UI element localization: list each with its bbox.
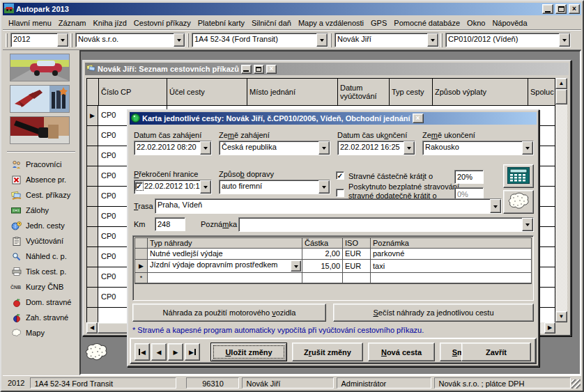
save-changes-button[interactable]: Uložit změny bbox=[210, 343, 287, 361]
travel-order-combo[interactable]: CP010/2012 (Vídeň) bbox=[445, 33, 571, 47]
vehicle-reimbursement-button[interactable]: Náhrada za použití motorového vozidla bbox=[132, 304, 326, 322]
driver-combo[interactable]: Novák Jiří bbox=[335, 33, 439, 47]
grid-row[interactable]: Nutné vedlejší výdaje 2,00 EUR parkovné bbox=[135, 249, 531, 260]
grid-row-current[interactable]: ▶ Jízdní výdaje dopravním prostředkem 15… bbox=[135, 260, 531, 273]
end-country-combo[interactable]: Rakousko bbox=[422, 141, 534, 155]
dropdown-arrow-icon[interactable] bbox=[404, 141, 415, 155]
menu-platebni-karty[interactable]: Platební karty bbox=[194, 17, 248, 29]
nav-prev-button[interactable]: ◀ bbox=[151, 343, 167, 361]
arrow-right-icon: ▶ bbox=[189, 349, 194, 356]
dropdown-arrow-icon[interactable] bbox=[559, 33, 570, 47]
child-close-button[interactable]: × bbox=[266, 65, 277, 74]
dropdown-arrow-icon[interactable] bbox=[57, 33, 68, 47]
dropdown-arrow-icon[interactable] bbox=[200, 141, 211, 155]
apple-red-icon bbox=[10, 298, 22, 307]
col-misto-jednani[interactable]: Místo jednání bbox=[247, 79, 338, 105]
col-typ-cesty[interactable]: Typ cesty bbox=[390, 79, 433, 105]
scroll-down-button[interactable]: ▼ bbox=[555, 311, 567, 322]
menu-silnicni-dan[interactable]: Silniční daň bbox=[248, 17, 295, 29]
sum-reimbursements-button[interactable]: Sečíst náhrady za jednotlivou cestu bbox=[333, 304, 534, 322]
km-field[interactable]: 248 bbox=[155, 217, 185, 231]
transport-combo[interactable]: auto firemní bbox=[219, 180, 330, 194]
close-dialog-button[interactable]: Zavřít bbox=[461, 343, 531, 361]
col-zpusob-vyplaty[interactable]: Způsob výplaty bbox=[433, 79, 528, 105]
vehicle-combo[interactable]: 1A4 52-34 (Ford Transit) bbox=[192, 33, 328, 47]
sidebar-item-vyuctovani[interactable]: Vyúčtování bbox=[3, 233, 79, 249]
menu-kniha-jizd[interactable]: Kniha jízd bbox=[90, 17, 130, 29]
route-combo[interactable]: Praha, Vídeň bbox=[155, 198, 502, 214]
arrow-down-icon: ▼ bbox=[559, 314, 564, 320]
calculator-button[interactable] bbox=[503, 164, 534, 188]
col-spolucestujici[interactable]: Spoluc bbox=[528, 79, 555, 105]
cancel-changes-button[interactable]: Zrušit změny bbox=[292, 343, 363, 361]
dropdown-arrow-icon[interactable] bbox=[522, 141, 533, 155]
child-maximize-button[interactable] bbox=[254, 65, 264, 74]
sidebar-item-zah-stravne[interactable]: Zah. stravné bbox=[3, 310, 79, 325]
sidebar-item-kurzy-cnb[interactable]: ČNB Kurzy ČNB bbox=[3, 279, 79, 295]
menu-cestovni-prikazy[interactable]: Cestovní příkazy bbox=[130, 17, 194, 29]
end-datetime-combo[interactable]: 22.02.2012 16:25 bbox=[337, 141, 415, 155]
sidebar-item-pracovnici[interactable]: Pracovníci bbox=[3, 157, 79, 172]
scroll-right-button[interactable]: ▶ bbox=[544, 322, 555, 334]
sidebar-item-zalohy[interactable]: Zálohy bbox=[3, 203, 79, 218]
note-combo[interactable] bbox=[238, 217, 534, 232]
meal-cut-percent-field[interactable]: 20% bbox=[454, 170, 484, 184]
dropdown-arrow-icon[interactable] bbox=[490, 199, 501, 213]
start-country-label: Země zahájení bbox=[219, 131, 270, 139]
dropdown-arrow-icon[interactable] bbox=[318, 141, 330, 155]
minimize-button[interactable] bbox=[542, 4, 553, 14]
dropdown-arrow-icon[interactable] bbox=[522, 218, 533, 231]
dropdown-arrow-icon[interactable] bbox=[316, 33, 328, 47]
menu-zaznam[interactable]: Záznam bbox=[55, 17, 90, 29]
dropdown-arrow-icon[interactable] bbox=[291, 260, 301, 272]
reimbursement-group: Typ náhrady Částka ISO Poznámka Nutné ve… bbox=[132, 235, 534, 301]
dialog-close-button[interactable]: × bbox=[413, 113, 424, 123]
meal-cut-checkbox[interactable]: ✓ bbox=[336, 171, 344, 180]
route-map-button[interactable] bbox=[503, 190, 534, 214]
sidebar-item-absence[interactable]: Absence pr. bbox=[3, 172, 79, 187]
menu-gps[interactable]: GPS bbox=[367, 17, 390, 29]
sidebar-item-tisk[interactable]: Tisk cest. p. bbox=[3, 264, 79, 279]
col-datum-vyuctovani[interactable]: Datum vyúčtování bbox=[338, 79, 390, 105]
vertical-scrollbar[interactable]: ▲ ▼ bbox=[555, 78, 567, 322]
menu-pomocne-databaze[interactable]: Pomocné databáze bbox=[390, 17, 463, 29]
sidebar-item-dom-stravne[interactable]: Dom. stravné bbox=[3, 295, 79, 310]
dropdown-arrow-icon[interactable] bbox=[427, 33, 438, 47]
col-ucel-cesty[interactable]: Účel cesty bbox=[167, 79, 247, 105]
company-combo[interactable]: Novák s.r.o. bbox=[75, 33, 185, 47]
czech-map-icon bbox=[507, 191, 530, 212]
border-cross-checkbox[interactable]: ✓ bbox=[135, 182, 143, 190]
sidebar-item-mapy[interactable]: Mapy bbox=[3, 325, 79, 340]
menu-okno[interactable]: Okno bbox=[463, 17, 489, 29]
sidebar-item-cest-prikazy[interactable]: Cest. příkazy bbox=[3, 187, 79, 203]
menu-hlavni-menu[interactable]: Hlavní menu bbox=[5, 17, 55, 29]
dropdown-arrow-icon[interactable] bbox=[200, 180, 211, 194]
border-cross-combo[interactable]: ✓ 22.02.2012 10:15 bbox=[134, 180, 212, 194]
nav-first-button[interactable]: ◀ bbox=[135, 343, 150, 361]
nav-last-button[interactable]: ▶ bbox=[185, 343, 200, 361]
scroll-left-button[interactable]: ◀ bbox=[86, 322, 98, 334]
nav-next-button[interactable]: ▶ bbox=[168, 343, 183, 361]
child-minimize-button[interactable] bbox=[241, 65, 252, 74]
maximize-button[interactable] bbox=[555, 4, 567, 14]
menu-napoveda[interactable]: Nápověda bbox=[489, 17, 530, 29]
dropdown-arrow-icon[interactable] bbox=[318, 180, 330, 194]
sidebar: Pracovníci Absence pr. Cest. příkazy Zál… bbox=[3, 50, 79, 375]
dropdown-arrow-icon[interactable] bbox=[174, 33, 185, 47]
free-meals-checkbox[interactable] bbox=[336, 189, 344, 197]
col-cislo-cp[interactable]: Číslo CP bbox=[99, 79, 167, 105]
map-icon bbox=[10, 329, 22, 337]
vertical-scroll-thumb[interactable] bbox=[555, 89, 567, 104]
year-combo[interactable]: 2012 bbox=[10, 33, 69, 47]
sidebar-item-jedn-cesty[interactable]: Jedn. cesty bbox=[3, 218, 79, 233]
sidebar-item-nahled[interactable]: Náhled c. p. bbox=[3, 249, 79, 264]
new-trip-button[interactable]: Nová cesta bbox=[368, 343, 435, 361]
scroll-up-button[interactable]: ▲ bbox=[555, 78, 567, 89]
resize-grip[interactable] bbox=[571, 379, 581, 389]
close-button[interactable]: × bbox=[569, 4, 580, 14]
start-datetime-combo[interactable]: 22.02.2012 08:20 bbox=[134, 141, 212, 155]
menu-mapy-a-vzdalenosti[interactable]: Mapy a vzdálenosti bbox=[295, 17, 367, 29]
start-country-combo[interactable]: Česká republika bbox=[219, 141, 330, 155]
note-label: Poznámka bbox=[201, 220, 237, 228]
grid-new-row[interactable]: * bbox=[135, 273, 531, 283]
